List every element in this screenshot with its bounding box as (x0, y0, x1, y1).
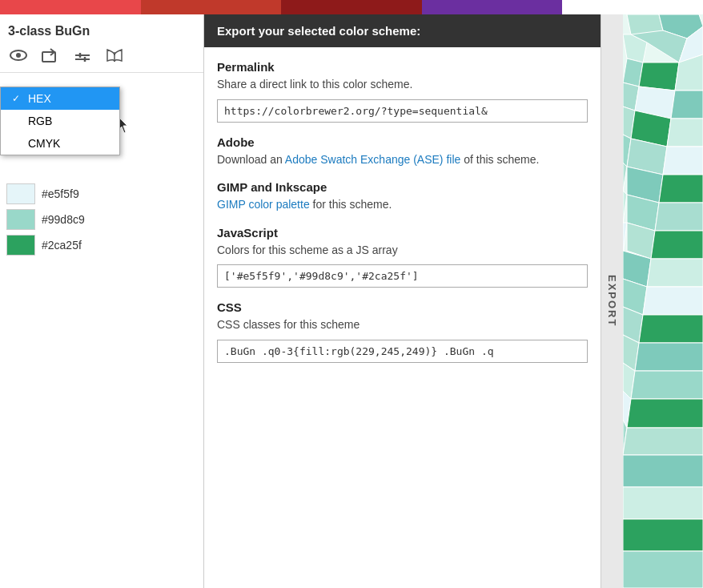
export-content: Permalink Share a direct link to this co… (204, 47, 601, 389)
dropdown-item-rgb[interactable]: RGB (1, 110, 119, 132)
svg-marker-44 (635, 343, 703, 371)
share-icon[interactable] (38, 45, 62, 66)
dropdown-item-cmyk[interactable]: CMYK (1, 132, 119, 155)
check-icon: ✓ (12, 93, 23, 104)
gimp-section: GIMP and Inkscape GIMP color palette for… (217, 180, 588, 213)
adobe-title: Adobe (217, 135, 588, 149)
svg-marker-17 (639, 62, 679, 91)
javascript-value[interactable]: ['#e5f5f9','#99d8c9','#2ca25f'] (217, 264, 588, 288)
adobe-ase-link[interactable]: Adobe Swatch Exchange (ASE) file (285, 153, 460, 166)
top-swatch-2 (141, 0, 282, 14)
map-area (623, 14, 703, 588)
color-row-3: #2ca25f (6, 235, 197, 256)
css-value[interactable]: .BuGn .q0-3{fill:rgb(229,245,249)} .BuGn… (217, 340, 588, 363)
permalink-desc: Share a direct link to this color scheme… (217, 77, 588, 93)
permalink-url[interactable]: https://colorbrewer2.org/?type=sequentia… (217, 99, 588, 123)
top-swatch-1 (0, 0, 141, 14)
scheme-title: 3-class BuGn (0, 14, 203, 45)
svg-marker-51 (623, 455, 703, 487)
adobe-desc: Download an Adobe Swatch Exchange (ASE) … (217, 152, 588, 168)
book-icon[interactable] (102, 45, 127, 66)
adobe-desc-after: of this scheme. (460, 153, 539, 166)
svg-marker-21 (671, 91, 703, 119)
top-swatch-5 (562, 0, 703, 14)
export-vertical-label[interactable]: EXPORT (601, 14, 623, 588)
gimp-desc-after: for this scheme. (310, 198, 392, 211)
color-row-1: #e5f5f9 (6, 183, 197, 204)
adobe-desc-before: Download an (217, 153, 285, 166)
svg-marker-27 (663, 147, 703, 175)
svg-marker-30 (659, 175, 703, 203)
format-dropdown: ✓ HEX RGB CMYK (0, 87, 120, 155)
sliders-icon[interactable] (70, 45, 94, 66)
cmyk-label: CMYK (28, 137, 60, 150)
top-swatch-4 (422, 0, 563, 14)
eye-icon[interactable] (6, 45, 30, 66)
dropdown-item-hex[interactable]: ✓ HEX (1, 87, 119, 110)
top-color-bar (0, 0, 703, 14)
svg-marker-50 (623, 428, 703, 455)
svg-marker-36 (651, 231, 703, 259)
color-label-1: #e5f5f9 (42, 187, 79, 200)
css-title: CSS (217, 300, 588, 314)
gimp-desc: GIMP color palette for this scheme. (217, 197, 588, 213)
gimp-palette-link[interactable]: GIMP color palette (217, 198, 310, 211)
adobe-section: Adobe Download an Adobe Swatch Exchange … (217, 135, 588, 168)
svg-marker-33 (655, 203, 703, 231)
color-label-2: #99d8c9 (42, 213, 85, 226)
main-container: 3-class BuGn (0, 14, 703, 588)
export-header: Export your selected color scheme: (204, 14, 601, 47)
permalink-title: Permalink (217, 60, 588, 74)
svg-marker-38 (647, 259, 703, 287)
color-label-3: #2ca25f (42, 239, 82, 252)
svg-marker-42 (639, 315, 703, 343)
svg-marker-52 (623, 487, 703, 519)
svg-marker-40 (643, 287, 703, 315)
sidebar-toolbar (0, 45, 203, 73)
svg-marker-24 (667, 119, 703, 147)
svg-point-1 (16, 53, 21, 58)
map-svg (623, 14, 703, 588)
css-section: CSS CSS classes for this scheme .BuGn .q… (217, 300, 588, 363)
export-panel: Export your selected color scheme: Perma… (204, 14, 601, 588)
hex-label: HEX (28, 92, 51, 105)
sidebar: 3-class BuGn (0, 14, 204, 588)
css-desc: CSS classes for this scheme (217, 317, 588, 333)
rgb-label: RGB (28, 115, 52, 127)
javascript-desc: Colors for this scheme as a JS array (217, 243, 588, 259)
top-swatch-3 (281, 0, 422, 14)
permalink-section: Permalink Share a direct link to this co… (217, 60, 588, 123)
color-swatch-2 (6, 209, 35, 230)
color-row-2: #99d8c9 (6, 209, 197, 230)
export-wrapper: Export your selected color scheme: Perma… (204, 14, 703, 588)
svg-marker-48 (627, 399, 703, 428)
svg-marker-46 (631, 371, 703, 399)
color-swatch-1 (6, 183, 35, 204)
svg-marker-53 (623, 519, 703, 551)
gimp-title: GIMP and Inkscape (217, 180, 588, 194)
svg-marker-54 (623, 551, 703, 588)
color-swatch-3 (6, 235, 35, 256)
javascript-title: JavaScript (217, 226, 588, 240)
javascript-section: JavaScript Colors for this scheme as a J… (217, 226, 588, 288)
color-list: #e5f5f9 #99d8c9 #2ca25f (0, 177, 203, 267)
